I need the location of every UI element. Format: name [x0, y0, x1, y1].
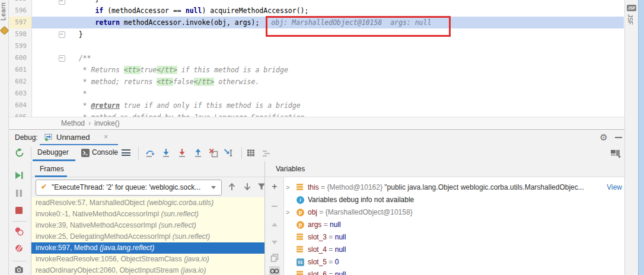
- line-number[interactable]: 600: [9, 52, 27, 64]
- code-line-604[interactable]: * @return true if and only if this metho…: [62, 100, 301, 111]
- keyword: null: [186, 7, 202, 15]
- run-to-cursor-button[interactable]: [222, 148, 234, 158]
- view-breakpoints-button[interactable]: [14, 226, 25, 237]
- variables-panel-header: Variables: [265, 161, 624, 177]
- line-number[interactable]: 604: [9, 100, 27, 111]
- divider: [12, 221, 27, 222]
- resume-program-button[interactable]: [14, 171, 25, 181]
- variable-row-args[interactable]: p args = null: [283, 219, 624, 231]
- divider: [241, 147, 242, 159]
- stack-frame-row[interactable]: readOrdinaryObject:2060, ObjectInputStre…: [31, 265, 264, 275]
- jsf-tool-icon[interactable]: JSF: [627, 5, 636, 11]
- breadcrumb: Method › invoke(): [9, 117, 624, 130]
- debug-toolwindow-header: Debug: Unnamed × ⚙: [9, 129, 624, 146]
- tab-console[interactable]: Console: [92, 148, 118, 156]
- duplicate-watch-button[interactable]: [269, 253, 280, 264]
- variable-row-obj[interactable]: > p obj = {MarshalledObject@10158}: [283, 206, 624, 219]
- code-line-595[interactable]: }: [62, 0, 99, 5]
- next-frame-button[interactable]: [243, 182, 253, 193]
- settings-gear-icon[interactable]: ⚙: [598, 132, 609, 143]
- expand-chevron-icon[interactable]: >: [286, 206, 289, 219]
- value-icon: [297, 271, 304, 275]
- evaluate-expression-button[interactable]: [245, 148, 257, 158]
- stop-button[interactable]: [14, 206, 25, 216]
- debug-toolbar: Debugger Console: [9, 145, 624, 162]
- info-icon: i: [297, 196, 304, 204]
- parameter-icon: p: [297, 209, 304, 216]
- step-into-button[interactable]: [160, 148, 172, 158]
- stack-frame-row[interactable]: invokeReadResolve:1056, ObjectStreamClas…: [31, 254, 264, 265]
- code-line-602[interactable]: * method; returns <tt>false</tt> otherwi…: [62, 76, 259, 88]
- stack-frame-row[interactable]: invoke0:-1, NativeMethodAccessorImpl (su…: [31, 209, 264, 220]
- line-number[interactable]: 596: [9, 5, 27, 17]
- move-watch-down-button[interactable]: [269, 238, 280, 248]
- line-number[interactable]: 599: [9, 40, 27, 52]
- variables-panel: Variables > this = {Method@10162} "publi…: [265, 161, 624, 275]
- thread-selector-value: "ExecuteThread: '2' for queue: 'weblogic…: [52, 183, 207, 191]
- line-number[interactable]: 601: [9, 64, 27, 76]
- line-number[interactable]: 602: [9, 76, 27, 88]
- remove-watch-button[interactable]: [269, 201, 280, 212]
- thread-dump-camera-button[interactable]: [14, 265, 25, 275]
- tab-variables[interactable]: Variables: [276, 165, 305, 173]
- variable-row-slot5[interactable]: 01 slot_5 = 0: [283, 256, 624, 268]
- line-number[interactable]: 597: [9, 17, 27, 28]
- pause-program-button[interactable]: [14, 188, 25, 199]
- red-annotation-box: [266, 16, 451, 37]
- variable-row-this[interactable]: > this = {Method@10162} "public java.lan…: [283, 181, 624, 194]
- more-options-icon[interactable]: [122, 149, 130, 156]
- console-icon: [81, 149, 90, 157]
- step-over-button[interactable]: [144, 148, 156, 158]
- code-line-596[interactable]: if (methodAccessor == null) acquireMetho…: [62, 5, 308, 17]
- breadcrumb-method[interactable]: invoke(): [94, 117, 120, 130]
- code-line-600[interactable]: /**: [62, 52, 91, 64]
- code-line-601[interactable]: * Returns <tt>true</tt> if this method i…: [62, 64, 288, 76]
- code-editor[interactable]: 595 596 597 598 599 600 601 602 603 604 …: [9, 0, 624, 117]
- expand-chevron-icon[interactable]: >: [286, 181, 289, 194]
- force-step-into-button[interactable]: [176, 148, 188, 158]
- close-icon[interactable]: ×: [104, 133, 108, 141]
- variables-tree: > this = {Method@10162} "public java.lan…: [283, 177, 624, 275]
- html-tag: <tt>: [124, 66, 141, 74]
- line-number[interactable]: 598: [9, 28, 27, 40]
- previous-frame-button[interactable]: [227, 182, 238, 193]
- stack-frame-row-selected[interactable]: invoke:597, Method (java.lang.reflect): [31, 242, 264, 254]
- code-line-598[interactable]: }: [62, 28, 83, 40]
- learn-tool-button[interactable]: Learn: [0, 2, 9, 21]
- frames-panel: Frames ✔ "ExecuteThread: '2' for queue: …: [31, 161, 264, 275]
- mute-breakpoints-button[interactable]: [14, 244, 25, 254]
- code-line-603[interactable]: *: [62, 88, 87, 100]
- debug-session-tab-unnamed[interactable]: Unnamed ×: [42, 131, 120, 144]
- stack-frame-row[interactable]: readResolve:57, MarshalledObject (weblog…: [31, 197, 264, 209]
- breadcrumb-class[interactable]: Method: [61, 117, 85, 130]
- variable-row-slot6[interactable]: slot_6 = null: [283, 268, 624, 275]
- code-line-605[interactable]: * method as defined by the Java Language…: [62, 111, 305, 117]
- tab-debugger[interactable]: Debugger: [37, 148, 69, 156]
- move-watch-up-button[interactable]: [269, 220, 280, 231]
- line-number[interactable]: 595: [9, 0, 27, 5]
- restore-layout-button[interactable]: [610, 148, 622, 158]
- chevron-down-icon: [211, 186, 216, 189]
- javadoc-return-tag: @return: [91, 101, 119, 110]
- variable-row-slot4[interactable]: slot_4 = null: [283, 244, 624, 256]
- jsf-tool-button[interactable]: JSF: [627, 14, 633, 25]
- stack-frame-row[interactable]: invoke:25, DelegatingMethodAccessorImpl …: [31, 231, 264, 242]
- view-value-link[interactable]: View: [604, 181, 622, 194]
- bookmark-icon[interactable]: [0, 26, 9, 36]
- tab-frames[interactable]: Frames: [40, 165, 64, 173]
- step-out-button[interactable]: [192, 148, 204, 158]
- editor-gutter[interactable]: 595 596 597 598 599 600 601 602 603 604 …: [9, 0, 32, 117]
- line-number[interactable]: 603: [9, 88, 27, 100]
- debug-session-tab-label: Unnamed: [56, 133, 90, 142]
- show-watches-button[interactable]: [269, 266, 280, 275]
- stack-frame-row[interactable]: invoke:39, NativeMethodAccessorImpl (sun…: [31, 220, 264, 231]
- new-watch-button[interactable]: +: [269, 182, 280, 193]
- thread-selector-dropdown[interactable]: ✔ "ExecuteThread: '2' for queue: 'weblog…: [36, 180, 222, 196]
- line-number[interactable]: 605: [9, 111, 27, 117]
- rerun-debug-button[interactable]: [14, 148, 25, 158]
- hide-toolwindow-icon[interactable]: [615, 137, 622, 138]
- variable-row-slot3[interactable]: slot_3 = null: [283, 231, 624, 244]
- drop-frame-button[interactable]: [208, 148, 219, 158]
- layout-settings-button[interactable]: [260, 148, 272, 158]
- variables-info-row: i Variables debug info not available: [283, 194, 624, 206]
